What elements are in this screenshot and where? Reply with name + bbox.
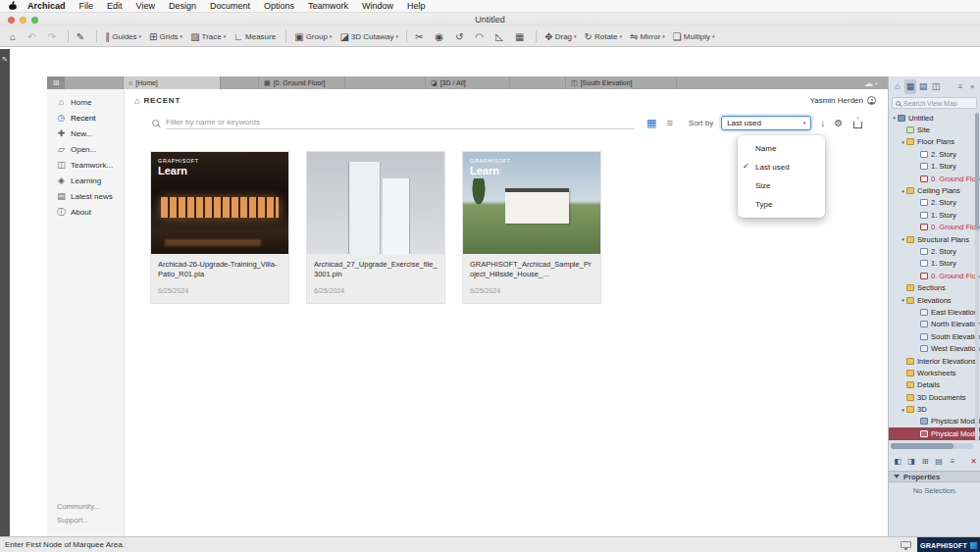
expander-icon[interactable]: ▾: [891, 115, 898, 121]
sort-menu-item[interactable]: ✓ Last used: [738, 158, 825, 176]
sidebar-item[interactable]: ⌂ Home: [47, 94, 124, 110]
view-map-item[interactable]: Interior Elevations: [889, 355, 980, 367]
properties-panel-header[interactable]: Properties: [889, 471, 980, 482]
view-map-item[interactable]: West Elevation: [889, 342, 980, 354]
toolbar-item[interactable]: ◺: [491, 31, 511, 42]
view-map-item[interactable]: 1. Story: [889, 161, 980, 173]
export-icon[interactable]: [853, 122, 862, 128]
menu-item[interactable]: View: [129, 0, 162, 13]
project-card[interactable]: GRAPHISOFT Learn Archicad-26-Upgrade-Tra…: [150, 151, 289, 304]
sidebar-item[interactable]: ⓘ About: [47, 204, 124, 220]
view-map-item[interactable]: 2. Story: [889, 245, 980, 257]
navigator-action-icon[interactable]: ≡: [948, 454, 957, 469]
view-map-item[interactable]: 1. Story: [889, 258, 980, 270]
toolbar-item[interactable]: ▦: [511, 31, 532, 42]
menu-item[interactable]: Window: [355, 0, 400, 13]
toolbox-strip[interactable]: ✎: [0, 49, 10, 536]
toolbar-item[interactable]: ✥ Drag ▾: [541, 31, 580, 42]
view-map-item[interactable]: Physical Model - F: [889, 427, 980, 439]
menu-item[interactable]: Design: [162, 0, 203, 13]
project-card[interactable]: Archicad_27_Upgrade_Exercise_file_3001.p…: [306, 151, 445, 304]
sidebar-item[interactable]: ◫ Teamwork...: [47, 157, 124, 173]
sort-menu-item[interactable]: Name: [738, 139, 825, 158]
toolbar-item[interactable]: [285, 30, 286, 42]
view-map-item[interactable]: 3D Documents: [889, 391, 980, 403]
expander-icon[interactable]: ▾: [900, 139, 906, 145]
horizontal-scrollbar[interactable]: [891, 443, 973, 449]
menu-item[interactable]: File: [73, 0, 101, 13]
menu-item[interactable]: Archicad: [21, 0, 73, 13]
view-map-item[interactable]: Site: [889, 124, 980, 135]
close-icon[interactable]: ✕: [970, 457, 977, 466]
toolbar-item[interactable]: ◉: [431, 31, 451, 42]
toolbar-item[interactable]: ⌂: [6, 31, 24, 42]
view-tab[interactable]: ◪ [3D / All]: [425, 76, 510, 89]
sidebar-item[interactable]: ◷ Recent: [47, 110, 124, 125]
sort-dropdown[interactable]: Last used ▾: [721, 116, 811, 130]
toolbar-item[interactable]: ▨ Trace ▾: [186, 31, 230, 42]
menu-item[interactable]: Teamwork: [301, 0, 355, 13]
navigator-options-icon[interactable]: »: [967, 79, 977, 94]
gear-icon[interactable]: ⚙: [834, 118, 843, 128]
view-map-item[interactable]: East Elevation: [889, 306, 980, 318]
list-view-button[interactable]: ≡: [666, 118, 672, 127]
navigator-action-icon[interactable]: ◨: [906, 454, 916, 469]
sidebar-item[interactable]: ▤ Latest news: [47, 188, 124, 204]
toolbar-item[interactable]: ❏ Multiply ▾: [669, 31, 719, 42]
sidebar-item[interactable]: ◈ Learning: [47, 173, 124, 188]
navigator-mode-icon[interactable]: ▦: [904, 79, 916, 94]
sidebar-item[interactable]: ✚ New...: [47, 125, 124, 141]
navigator-action-icon[interactable]: ▤: [934, 454, 944, 469]
view-map-search[interactable]: [892, 97, 977, 109]
view-map-item[interactable]: Sections: [889, 281, 980, 293]
view-map-item[interactable]: 2. Story: [889, 197, 980, 209]
expander-icon[interactable]: ▾: [900, 188, 906, 194]
toolbar-item[interactable]: ◪ 3D Cutaway ▾: [335, 31, 402, 42]
view-map-item[interactable]: ▾ Elevations: [889, 294, 980, 306]
view-map-item[interactable]: South Elevation: [889, 330, 980, 342]
sort-menu-item[interactable]: Type: [738, 195, 825, 214]
toolbar-item[interactable]: [96, 30, 97, 42]
apple-icon[interactable]: [9, 1, 17, 11]
view-tab[interactable]: ▦ [0. Ground Floor]: [258, 76, 345, 89]
navigator-mode-icon[interactable]: ▤: [917, 79, 929, 94]
view-map-item[interactable]: 0. Ground Floor: [889, 222, 980, 233]
expander-icon[interactable]: ▾: [900, 407, 906, 413]
view-map-item[interactable]: ▾ 3D: [889, 403, 980, 415]
view-map-item[interactable]: North Elevation: [889, 319, 980, 330]
menu-item[interactable]: Help: [400, 0, 433, 13]
view-map-item[interactable]: Worksheets: [889, 367, 980, 378]
sort-menu-item[interactable]: Size: [738, 176, 825, 195]
toolbar-item[interactable]: ⇋ Mirror ▾: [626, 31, 669, 42]
view-map-item[interactable]: ▾ Ceiling Plans: [889, 184, 980, 196]
vertical-scrollbar[interactable]: [975, 113, 979, 441]
menu-item[interactable]: Edit: [100, 0, 129, 13]
toolbar-item[interactable]: ↺: [451, 31, 471, 42]
user-account-button[interactable]: Yasmin Herden: [809, 96, 876, 105]
view-map-item[interactable]: 1. Story: [889, 209, 980, 221]
view-map-item[interactable]: ▾ Untitled: [889, 112, 980, 124]
view-map-item[interactable]: 0. Ground Floor: [889, 270, 980, 281]
toolbar-item[interactable]: [68, 30, 69, 42]
toolbar-item[interactable]: ↻ Rotate ▾: [581, 31, 626, 42]
view-map-item[interactable]: Details: [889, 379, 980, 391]
navigator-mode-icon[interactable]: ⌂: [892, 79, 903, 94]
sort-direction-button[interactable]: ↓: [820, 118, 825, 128]
project-card[interactable]: GRAPHISOFT Learn GRAPHISOFT_Archicad_Sam…: [462, 151, 601, 304]
view-map-item[interactable]: 0. Ground Floor: [889, 173, 980, 184]
menu-item[interactable]: Options: [257, 0, 301, 13]
teamwork-cloud-button[interactable]: ☁ ▾: [864, 76, 878, 89]
view-map-search-input[interactable]: [903, 100, 972, 107]
navigator-action-icon[interactable]: ◧: [893, 454, 903, 469]
navigator-options-icon[interactable]: ≡: [955, 79, 965, 94]
menu-item[interactable]: Document: [203, 0, 257, 13]
toolbar-item[interactable]: ✎: [73, 31, 92, 42]
view-map-item[interactable]: ▾ Floor Plans: [889, 136, 980, 148]
view-tab[interactable]: ⌂ [Home]: [123, 76, 221, 89]
toolbar-item[interactable]: [406, 30, 407, 42]
toolbar-item[interactable]: ▣ Group ▾: [290, 31, 335, 42]
sidebar-footer-link[interactable]: Support...: [57, 516, 100, 525]
toolbar-item[interactable]: ↶: [24, 31, 43, 42]
toolbar-item[interactable]: ∟ Measure: [230, 31, 282, 42]
display-icon[interactable]: [901, 541, 911, 548]
